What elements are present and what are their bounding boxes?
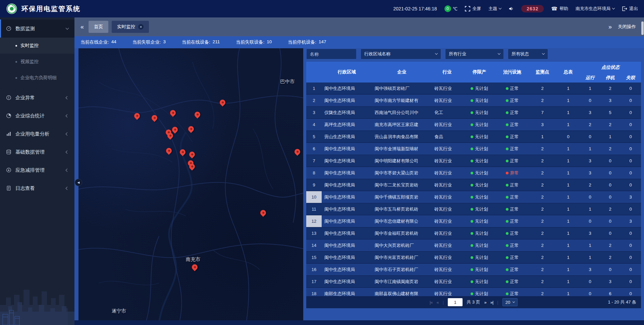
map-pin[interactable] <box>169 109 177 117</box>
cell-industry: 砖瓦行业 <box>432 191 463 203</box>
status-dot-green <box>471 87 473 90</box>
map-pins-layer <box>78 48 303 320</box>
table-row[interactable]: 17阆中生态环境局阆中市江南镇阆南页岩砖瓦行业无计划正常21030 <box>306 276 641 288</box>
table-row[interactable]: 3仪陇生态环境局西南油气田分公司川中化工无计划正常71350 <box>306 107 641 119</box>
page-number-input[interactable] <box>448 298 463 306</box>
table-row[interactable]: 13阆中生态环境局阆中市金福旺页岩机砖砖瓦行业无计划正常21300 <box>306 227 641 239</box>
cell-monitor: 2 <box>528 179 556 191</box>
region-filter-select[interactable]: 行政区域名称 <box>361 49 441 59</box>
limit-text: 无计划 <box>475 134 488 140</box>
table-row[interactable]: 7阆中生态环境局阆中明阳建材有限公司砖瓦行业无计划正常21300 <box>306 155 641 167</box>
table-row[interactable]: 16阆中生态环境局阆中市石子页岩机砖厂砖瓦行业无计划正常21300 <box>306 264 641 276</box>
table-row[interactable]: 14阆中生态环境局阆中大兴页岩机砖厂砖瓦行业无计划正常21120 <box>306 239 641 252</box>
org-dropdown[interactable]: 南充市生态环境局 <box>576 6 614 12</box>
industry-filter-select[interactable]: 所有行业 <box>445 49 504 59</box>
cell-run: 1 <box>580 252 600 263</box>
table-row[interactable]: 10阆中生态环境局阆中千佛镇五郎垭页岩砖瓦行业无计划正常21003 <box>306 191 641 203</box>
cell-region: 阆中生态环境局 <box>322 179 372 191</box>
map-pin[interactable] <box>188 151 196 159</box>
table-row[interactable]: 12阆中生态环境局阆中市忠信建材有限公砖瓦行业无计划正常21003 <box>306 215 641 227</box>
sidebar-item-3[interactable]: 企业用电量分析 <box>0 125 74 143</box>
status-dot-green <box>506 99 508 102</box>
status-filter-select[interactable]: 所有状态 <box>508 49 548 59</box>
prev-page-icon[interactable]: « <box>436 300 438 305</box>
map-pin[interactable] <box>151 114 159 122</box>
scrollbar-thumb[interactable] <box>641 21 644 35</box>
table-row[interactable]: 15阆中生态环境局阆中市光富页岩机砖厂砖瓦行业无计划正常21120 <box>306 252 641 264</box>
last-page-icon[interactable]: »| <box>490 300 493 305</box>
sidebar-item-2[interactable]: 企业综合统计 <box>0 107 74 125</box>
sidebar-item-label: 企业用电量分析 <box>15 131 62 137</box>
map-pin[interactable] <box>191 263 199 271</box>
table-row[interactable]: 1阆中生态环境局阆中强锐页岩砖厂砖瓦行业无计划正常21120 <box>306 83 641 95</box>
brand: 环保用电监管系统 <box>6 3 80 14</box>
status-dot-green <box>506 220 508 223</box>
map-pin[interactable] <box>133 112 141 120</box>
row-index: 5 <box>306 131 322 143</box>
sidebar-item-1[interactable]: 企业异常 <box>0 89 74 107</box>
cell-run: 3 <box>580 227 600 239</box>
limit-text: 无计划 <box>475 242 488 249</box>
speaker-icon[interactable] <box>508 6 514 11</box>
row-index: 17 <box>306 276 322 287</box>
close-tab-icon[interactable]: × <box>138 24 144 30</box>
map-panel[interactable]: 巴中市南充市遂宁市 ◀ <box>78 48 303 320</box>
map-pin[interactable] <box>259 209 267 217</box>
sidebar-subitem-0-1[interactable]: 视频监控 <box>0 54 74 70</box>
help-button[interactable]: ☎ 帮助 <box>551 6 568 12</box>
chevron-down-icon <box>542 52 545 55</box>
col-region-header: 行政区域 <box>322 62 372 83</box>
table-header: 行政区域 企业 行业 停限产 治污设施 监测点 总表 点位状态 运行 停机 失联 <box>306 62 641 83</box>
map-pin[interactable] <box>178 148 186 156</box>
name-filter-input[interactable] <box>306 49 357 59</box>
map-pin[interactable] <box>165 147 173 155</box>
alert-count-badge[interactable]: 2632 <box>521 5 544 12</box>
sidebar-item-0[interactable]: 数据监测 <box>0 19 74 38</box>
sidebar-item-6[interactable]: 日志查看 <box>0 179 74 197</box>
tabs-scroll-right-icon[interactable]: » <box>607 23 613 31</box>
main-area: 数据监测实时监控视频监控企业电力负荷明细企业异常企业综合统计企业用电量分析基础数… <box>0 17 644 325</box>
next-page-icon[interactable]: » <box>484 300 486 305</box>
facility-text: 正常 <box>510 279 519 285</box>
map-pin[interactable] <box>187 125 195 133</box>
logout-button[interactable]: 退出 <box>622 6 638 12</box>
table-row[interactable]: 8阆中生态环境局阆中市枣碧大梁山页岩砖瓦行业无计划异常21300 <box>306 167 641 179</box>
tab-realtime-monitor[interactable]: 实时监控 × <box>112 21 149 33</box>
page-size-select[interactable]: 20 <box>502 298 518 306</box>
fullscreen-button[interactable]: 全屏 <box>465 6 481 12</box>
first-page-icon[interactable]: |« <box>430 300 433 305</box>
cell-meter: 0 <box>556 131 580 143</box>
tab-home[interactable]: 首页 <box>89 21 108 33</box>
table-row[interactable]: 18南部生态环境局南部县双佛山建材有限砖瓦行业无计划正常21060 <box>306 288 641 296</box>
sidebar-subitem-0-2[interactable]: 企业电力负荷明细 <box>0 70 74 86</box>
cell-monitor: 2 <box>528 215 556 227</box>
theme-dropdown[interactable]: 主题 <box>488 6 501 12</box>
cell-run: 0 <box>580 95 600 106</box>
cell-limit: 无计划 <box>463 227 496 239</box>
col-company-header: 企业 <box>372 62 432 83</box>
table-row[interactable]: 4高坪生态环境局南充市高坪区王家店建砖瓦行业无计划正常31220 <box>306 119 641 131</box>
close-operations-button[interactable]: 关闭操作 <box>618 24 636 30</box>
map-pin[interactable] <box>171 125 179 133</box>
table-row[interactable]: 6阆中生态环境局阆中市金博瑞新型墙材砖瓦行业无计划正常21120 <box>306 143 641 155</box>
cell-stop: 0 <box>600 179 620 191</box>
table-row[interactable]: 9阆中生态环境局阆中市二龙长宝页岩砖砖瓦行业无计划正常21200 <box>306 179 641 191</box>
cell-limit: 无计划 <box>463 239 496 251</box>
table-row[interactable]: 11阆中生态环境局阆中市五马桥页岩机砖砖瓦行业无计划正常21120 <box>306 203 641 215</box>
limit-text: 无计划 <box>475 122 488 128</box>
tabs-scroll-left-icon[interactable]: « <box>79 23 85 31</box>
sidebar-item-4[interactable]: 基础数据管理 <box>0 143 74 161</box>
row-index: 18 <box>306 288 322 296</box>
fullscreen-label: 全屏 <box>472 6 481 12</box>
cell-stop: 2 <box>600 252 620 263</box>
map-pin[interactable] <box>219 98 227 106</box>
cell-industry: 砖瓦行业 <box>432 276 463 287</box>
stat-label: 当前失联设备: <box>236 39 264 45</box>
sidebar-subitem-0-0[interactable]: 实时监控 <box>0 38 74 54</box>
table-row[interactable]: 2阆中生态环境局阆中市南方节能建材有砖瓦行业无计划正常21030 <box>306 95 641 107</box>
map-pin[interactable] <box>293 148 301 156</box>
sidebar-item-5[interactable]: 应急减排管理 <box>0 161 74 179</box>
map-pin[interactable] <box>194 111 202 119</box>
status-dot-green <box>506 208 508 211</box>
table-row[interactable]: 5营山生态环境局营山县润丰肉食品有限食品无计划正常10010 <box>306 131 641 143</box>
